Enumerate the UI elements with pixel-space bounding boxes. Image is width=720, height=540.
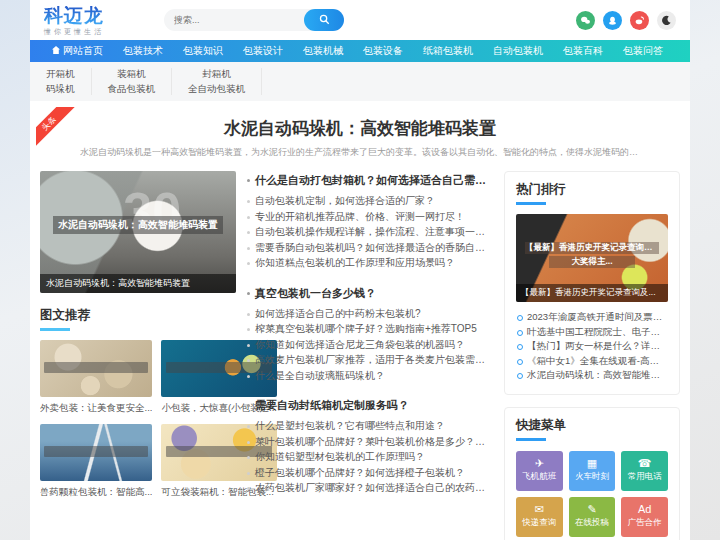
recommend-card[interactable]: 外卖包装：让美食更安全... [40,340,152,415]
recommend-caption[interactable]: 外卖包装：让美食更安全... [40,402,152,415]
qa-link[interactable]: 你知道铝塑型材包装机的工作原理吗？ [246,449,494,465]
headline-section: 头条 水泥自动码垛机：高效智能堆码装置 水泥自动码垛机是一种高效智能堆码装置，为… [30,109,690,169]
qa-group-header[interactable]: 需要自动封纸箱机定制服务吗？ [246,396,494,414]
nav-item-baozhuangbaike[interactable]: 包装百科 [553,40,613,62]
ad-icon: Ad [638,504,651,515]
subnav-col-2: 装箱机 食品包装机 [92,68,173,95]
search-bar [164,9,342,31]
quick-menu-tiles: ✈ 飞机航班 ▦ 火车时刻 ☎ 常用电话 ✉ 快 [516,451,668,537]
express-icon: ✉ [535,504,544,515]
qa-link[interactable]: 什么是塑封包装机？它有哪些特点和用途？ [246,418,494,434]
subnav-link-shipinbaozhuangji[interactable]: 食品包装机 [108,83,156,95]
tile-common-phones[interactable]: ☎ 常用电话 [621,451,668,491]
qa-link[interactable]: 你知道如何选择适合尼龙三角袋包装的机器吗？ [246,337,494,353]
hot-list-item[interactable]: 【热门】两女一杯是什么？详解两女一 [516,339,668,354]
hot-featured-image[interactable]: 【最新】香港历史开奖记录查询及分 大奖得主... 【最新】香港历史开奖记录查询及… [516,214,668,302]
recommend-image-takeout[interactable] [40,340,152,397]
left-column: 30 水泥自动码垛机：高效智能堆码装置 水泥自动码垛机：高效智能堆码装置 图文推… [40,171,236,540]
headline-ribbon: 头条 [36,107,82,153]
featured-overlay-title: 水泥自动码垛机：高效智能堆码装置 [53,216,223,234]
hot-ranking-title: 热门排行 [516,181,668,205]
hot-list-item[interactable]: 叶选基中国工程院院士、电子学科泰 [516,325,668,340]
qa-group-2: 真空包装机一台多少钱？ 如何选择适合自己的中药粉末包装机? 榨菜真空包装机哪个牌… [246,284,494,384]
quick-menu-card: 快捷菜单 ✈ 飞机航班 ▦ 火车时刻 ☎ 常用电话 [504,407,680,540]
nav-item-baozhuangjixie[interactable]: 包装机械 [293,40,353,62]
subnav-link-quanzidongbaozhuangji[interactable]: 全自动包装机 [188,83,245,95]
phone-icon: ☎ [638,458,652,469]
nav-item-baozhuangjishu[interactable]: 包装技术 [113,40,173,62]
qa-link[interactable]: 什么是全自动玻璃瓶码垛机？ [246,368,494,384]
subnav-col-1: 开箱机 码垛机 [30,68,92,95]
headline-badge: 头条 [36,107,77,151]
qa-link[interactable]: 专业的开箱机推荐品牌、价格、评测一网打尽！ [246,209,494,225]
logo-text: 科迈龙 [44,6,104,25]
hot-list-item[interactable]: 《箱中女1》全集在线观看-高清无广 [516,354,668,369]
page: 科迈龙 懂你更懂生活 [0,0,720,540]
qq-icon[interactable] [603,11,622,30]
nav-item-baozhuangzhishi[interactable]: 包装知识 [173,40,233,62]
search-input[interactable] [164,15,304,25]
recommend-image-vet-granule[interactable] [40,424,152,481]
site-logo[interactable]: 科迈龙 懂你更懂生活 [44,6,104,35]
image-overlay-chip [44,362,147,373]
qa-link[interactable]: 自动包装机定制，如何选择合适的厂家？ [246,193,494,209]
hot-overlay-line2: 大奖得主... [549,256,634,268]
qa-group-1: 什么是自动打包封箱机？如何选择适合自己需求的自动打包 自动包装机定制，如何选择合… [246,171,494,271]
qa-link[interactable]: 自动包装机操作规程详解，操作流程、注意事项一网打尽 [246,224,494,240]
train-schedule-icon: ▦ [587,458,597,469]
recommend-card[interactable]: 兽药颗粒包装机：智能高... [40,424,152,499]
hot-featured-caption[interactable]: 【最新】香港历史开奖记录查询及... [516,284,668,302]
qa-group-header[interactable]: 真空包装机一台多少钱？ [246,284,494,302]
airplane-icon: ✈ [535,458,544,469]
content-wrapper: 科迈龙 懂你更懂生活 [30,0,690,540]
nav-item-baozhuangsheji[interactable]: 包装设计 [233,40,293,62]
nav-item-zhixiangbaozhuangji[interactable]: 纸箱包装机 [413,40,483,62]
tile-train-times[interactable]: ▦ 火车时刻 [569,451,616,491]
main-columns: 30 水泥自动码垛机：高效智能堆码装置 水泥自动码垛机：高效智能堆码装置 图文推… [30,169,690,540]
nav-item-zidongbaozhuangji[interactable]: 自动包装机 [483,40,553,62]
qa-group-3: 需要自动封纸箱机定制服务吗？ 什么是塑封包装机？它有哪些特点和用途？ 菜叶包装机… [246,396,494,496]
qa-link[interactable]: 菜叶包装机哪个品牌好？菜叶包装机价格是多少？菜叶包装机 [246,434,494,450]
featured-article-image[interactable]: 30 水泥自动码垛机：高效智能堆码装置 水泥自动码垛机：高效智能堆码装置 [40,171,236,293]
logo-tagline: 懂你更懂生活 [44,28,104,35]
nav-item-baozhuangshebei[interactable]: 包装设备 [353,40,413,62]
qa-group-header[interactable]: 什么是自动打包封箱机？如何选择适合自己需求的自动打包 [246,171,494,189]
right-sidebar: 热门排行 【最新】香港历史开奖记录查询及分 大奖得主... 【最新】香港历史开奖… [504,171,680,540]
search-button[interactable] [304,9,344,31]
qa-link[interactable]: 你知道糕点包装机的工作原理和应用场景吗？ [246,255,494,271]
qa-link[interactable]: 需要香肠自动包装机吗？如何选择最适合的香肠自动包装机 [246,240,494,256]
dark-mode-icon[interactable] [657,11,676,30]
subnav-link-zhuangxiangji[interactable]: 装箱机 [108,68,156,80]
tile-submit-online[interactable]: ✎ 在线投稿 [569,497,616,537]
hot-list-item[interactable]: 2023年渝厦高铁开通时间及票价查询 [516,310,668,325]
nav-item-home[interactable]: 网站首页 [42,40,113,62]
headline-title[interactable]: 水泥自动码垛机：高效智能堆码装置 [80,117,640,140]
tile-ad-cooperation[interactable]: Ad 广告合作 [621,497,668,537]
recommend-section-title: 图文推荐 [40,307,236,331]
nav-item-baozhuangwenda[interactable]: 包装问答 [613,40,673,62]
tile-express-tracking[interactable]: ✉ 快递查询 [516,497,563,537]
qa-link[interactable]: 高效麦片包装机厂家推荐，适用于各类麦片包装需求！ [246,352,494,368]
weibo-icon[interactable] [630,11,649,30]
wechat-icon[interactable] [576,11,595,30]
subnav-link-kaixiangji[interactable]: 开箱机 [46,68,75,80]
home-icon [52,40,60,62]
hot-ranking-card: 热门排行 【最新】香港历史开奖记录查询及分 大奖得主... 【最新】香港历史开奖… [504,171,680,395]
qa-link[interactable]: 橙子包装机哪个品牌好？如何选择橙子包装机？ [246,465,494,481]
qa-link[interactable]: 如何选择适合自己的中药粉末包装机? [246,306,494,322]
subnav-link-fengxiangji[interactable]: 封箱机 [188,68,245,80]
hot-list-item[interactable]: 水泥自动码垛机：高效智能堆码装置 [516,368,668,383]
qa-link[interactable]: 农药包装机厂家哪家好？如何选择适合自己的农药包装机？ [246,480,494,496]
recommend-caption[interactable]: 兽药颗粒包装机：智能高... [40,486,152,499]
qa-link[interactable]: 榨菜真空包装机哪个牌子好？选购指南+推荐TOP5 [246,321,494,337]
submit-icon: ✎ [587,504,596,515]
image-overlay-chip [44,446,147,457]
header: 科迈龙 懂你更懂生活 [30,0,690,40]
social-icons [576,11,676,30]
featured-caption[interactable]: 水泥自动码垛机：高效智能堆码装置 [40,274,236,293]
search-icon [319,13,330,28]
subnav-link-maduoji[interactable]: 码垛机 [46,83,75,95]
headline-summary: 水泥自动码垛机是一种高效智能堆码装置，为水泥行业的生产流程带来了巨大的变革。该设… [80,146,640,159]
hot-list: 2023年渝厦高铁开通时间及票价查询 叶选基中国工程院院士、电子学科泰 【热门】… [516,310,668,383]
tile-flights[interactable]: ✈ 飞机航班 [516,451,563,491]
